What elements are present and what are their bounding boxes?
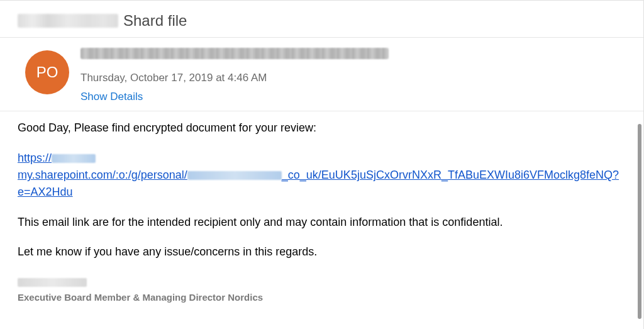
signature-title: Executive Board Member & Managing Direct… xyxy=(18,291,628,304)
link-part-2a: my.sharepoint.com/:o:/g/personal/ xyxy=(18,169,187,181)
link-part-3: e=AX2Hdu xyxy=(18,186,73,198)
header-meta: Thursday, October 17, 2019 at 4:46 AM Sh… xyxy=(80,47,628,103)
sharepoint-link[interactable]: https:// my.sharepoint.com/:o:/g/persona… xyxy=(18,150,628,201)
show-details-link[interactable]: Show Details xyxy=(80,91,628,103)
email-body: Good Day, Please find encrypted document… xyxy=(0,111,643,310)
scrollbar[interactable] xyxy=(638,124,641,319)
avatar-initials: PO xyxy=(36,64,58,81)
redacted-link-personal xyxy=(187,171,282,180)
link-prefix: https:// xyxy=(18,152,52,164)
subject-text: Shard file xyxy=(123,12,187,30)
email-header: PO Thursday, October 17, 2019 at 4:46 AM… xyxy=(0,38,643,111)
link-part-2b: _co_uk/EuUK5juSjCxOrvrNXxR_TfABuEXWIu8i6… xyxy=(282,169,619,181)
redacted-from-address xyxy=(80,48,389,59)
email-view: Shard file PO Thursday, October 17, 2019… xyxy=(0,0,644,329)
redacted-subject-part xyxy=(18,14,118,28)
body-disclaimer: This email link are for the intended rec… xyxy=(18,215,628,230)
body-closing: Let me know if you have any issue/concer… xyxy=(18,244,628,260)
date-line: Thursday, October 17, 2019 at 4:46 AM xyxy=(80,72,628,84)
subject-row: Shard file xyxy=(0,1,643,38)
avatar: PO xyxy=(25,50,69,94)
body-greeting: Good Day, Please find encrypted document… xyxy=(18,120,628,136)
redacted-signature-name xyxy=(18,278,87,287)
redacted-link-domain xyxy=(52,154,96,163)
